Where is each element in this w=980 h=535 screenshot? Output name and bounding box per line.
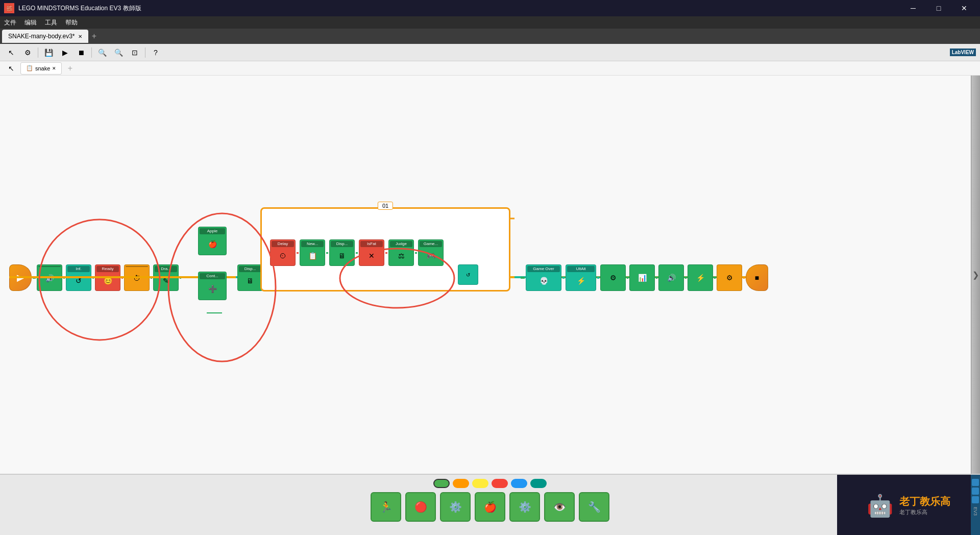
sub-tab-snake[interactable]: 📋 snake ✕ [20, 62, 62, 75]
stop-button[interactable]: ⏹ [74, 45, 88, 60]
ev3-sub-text: 老丁教乐高 [899, 508, 950, 516]
start-block[interactable]: ▶ [9, 264, 32, 291]
end-cap[interactable]: ■ [746, 264, 768, 291]
color-teal[interactable] [530, 479, 547, 488]
menu-edit[interactable]: 编辑 [24, 18, 37, 27]
palette-block-0[interactable]: 🏃 [371, 492, 401, 522]
sub-tab-snake-close[interactable]: ✕ [52, 66, 56, 71]
palette-block-5[interactable]: 👁️ [544, 492, 575, 522]
ev3-panel: 🤖 老丁教乐高 老丁教乐高 EV3 [837, 475, 980, 535]
color-blue[interactable] [511, 479, 527, 488]
palette-block-1[interactable]: 🔴 [405, 492, 436, 522]
color-red[interactable] [492, 479, 508, 488]
menu-file[interactable]: 文件 [4, 18, 16, 27]
extra-b1[interactable]: ⚙ [600, 264, 626, 291]
maximize-button[interactable]: □ [927, 0, 950, 16]
wire-e1 [627, 277, 628, 279]
extra-b3[interactable]: 🔊 [658, 264, 684, 291]
wire-2 [63, 277, 65, 279]
wait-block[interactable]: ⏱ [124, 264, 150, 291]
disp-block[interactable]: Disp... 🖥 [237, 264, 263, 291]
game-block[interactable]: Game... 🎮 [418, 239, 444, 266]
palette-icon-4: ⚙️ [519, 501, 531, 513]
disp2-label: Disp... [331, 241, 353, 247]
judge-block[interactable]: Judge ⚖ [388, 239, 414, 266]
palette-block-2[interactable]: ⚙️ [440, 492, 471, 522]
ultalt-icon: ⚡ [577, 272, 585, 289]
wire-e3 [685, 277, 687, 279]
block-palette: 🏃 🔴 ⚙️ 🍎 ⚙️ 👁️ 🔧 [0, 490, 980, 524]
sub-tool-arrow[interactable]: ↖ [4, 61, 18, 76]
delay-block[interactable]: Delay ⏲ [270, 239, 296, 266]
wire-d [297, 252, 299, 254]
cont-group: Cont... ➕ [198, 272, 227, 300]
ready-block[interactable]: Ready 😊 [95, 264, 120, 291]
cont-block[interactable]: Cont... ➕ [198, 272, 227, 300]
zoom-fit[interactable]: ⊡ [128, 45, 142, 60]
apple-block[interactable]: Apple 🍎 [198, 227, 227, 255]
palette-block-4[interactable]: ⚙️ [509, 492, 540, 522]
loop-block[interactable]: Inf. ↺ [66, 264, 91, 291]
app-title: LEGO MINDSTORMS Education EV3 教師版 [18, 4, 897, 13]
extra-b4-icon: ⚡ [696, 266, 705, 289]
sub-loop-indicator[interactable]: ↺ [458, 264, 478, 285]
zoom-in[interactable]: 🔍 [95, 45, 109, 60]
right-edge-arrow[interactable]: ❯ [972, 270, 979, 280]
draw-label: Dra... [155, 266, 177, 272]
loop-inner-row: Delay ⏲ New... 📋 Disp... 🖥 [270, 239, 501, 266]
cursor-tool[interactable]: ↖ [4, 45, 18, 60]
draw-block[interactable]: Dra... ✎ [153, 264, 179, 291]
wire-d2 [356, 252, 358, 254]
save-button[interactable]: 💾 [41, 45, 56, 60]
loop-boundary: 01 Delay ⏲ New... 📋 [260, 207, 510, 291]
tab-add-button[interactable]: + [88, 30, 101, 42]
help-button[interactable]: ? [149, 45, 163, 60]
color-green[interactable] [433, 479, 450, 488]
palette-icon-5: 👁️ [553, 501, 566, 513]
extra-b4[interactable]: ⚡ [688, 264, 713, 291]
apple-group: Apple 🍎 [198, 227, 227, 255]
ultalt-block[interactable]: UltAlt ⚡ [566, 264, 596, 291]
zoom-out[interactable]: 🔍 [111, 45, 126, 60]
delay-icon: ⏲ [279, 247, 286, 264]
tab-main-close[interactable]: ✕ [78, 34, 82, 39]
color-yellow[interactable] [472, 479, 488, 488]
wait-icon: ⏱ [133, 267, 140, 289]
palette-icon-1: 🔴 [414, 501, 427, 513]
disp2-block[interactable]: Disp... 🖥 [329, 239, 355, 266]
run-button[interactable]: ▶ [58, 45, 72, 60]
ev3-btn-3[interactable] [972, 496, 979, 503]
tool-b[interactable]: ⚙ [20, 45, 35, 60]
ev3-label: EV3 [973, 507, 978, 516]
ev3-btn-1[interactable] [972, 479, 979, 486]
sub-tab-add[interactable]: + [64, 62, 76, 75]
extra-b2[interactable]: 📊 [629, 264, 655, 291]
gameover-icon: 💀 [540, 272, 548, 289]
isfat-block[interactable]: IsFat ✕ [359, 239, 384, 266]
isfat-icon: ✕ [369, 247, 375, 264]
sound-block[interactable]: 🔊 [37, 264, 62, 291]
palette-block-3[interactable]: 🍎 [475, 492, 505, 522]
wire-5 [151, 277, 152, 279]
palette-block-6[interactable]: 🔧 [579, 492, 609, 522]
color-orange[interactable] [453, 479, 469, 488]
minimize-button[interactable]: ─ [901, 0, 925, 16]
main-canvas: ▶ 🔊 Inf. ↺ Ready [0, 76, 980, 474]
extra-b5[interactable]: ⚙ [717, 264, 742, 291]
extra-b5-icon: ⚙ [726, 266, 733, 289]
new-block[interactable]: New... 📋 [300, 239, 325, 266]
menu-tools[interactable]: 工具 [45, 18, 57, 27]
ev3-btn-2[interactable] [972, 488, 979, 495]
extra-b2-icon: 📊 [638, 266, 647, 289]
palette-icon-2: ⚙️ [449, 501, 462, 513]
wire-e5 [743, 277, 745, 279]
toolbar-separator-2 [91, 47, 92, 58]
labview-logo: LabVIEW [950, 48, 976, 56]
gameover-block[interactable]: Game Over 💀 [526, 264, 561, 291]
ready-icon: 😊 [104, 272, 112, 289]
isfat-label: IsFat [360, 241, 383, 247]
tab-main[interactable]: SNAKE-many-body.ev3* ✕ [2, 30, 88, 43]
wire-e2 [656, 277, 657, 279]
menu-help[interactable]: 帮助 [65, 18, 78, 27]
close-button[interactable]: ✕ [952, 0, 976, 16]
